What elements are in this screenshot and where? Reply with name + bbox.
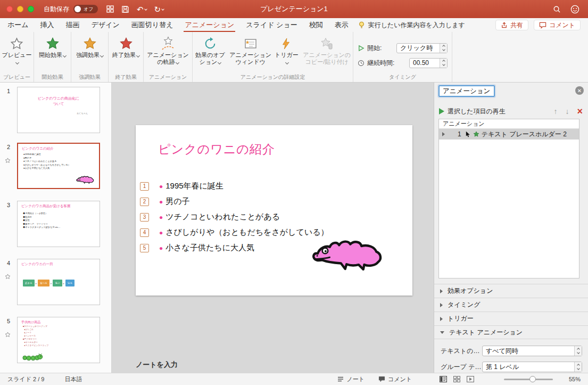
bullet-text: ツチノコといわれたことがある	[165, 212, 280, 222]
gold-star-icon	[83, 36, 97, 52]
slide-thumbnail-4[interactable]: ピンクのワニの一日 起きる▸ 食べる▸ 遊ぶ▸ 寝る▸	[17, 259, 100, 305]
tell-me-box[interactable]: 実行したい作業内容を入力します	[358, 18, 465, 32]
stepper-icon[interactable]	[574, 346, 582, 356]
preview-button[interactable]: プレビュー	[0, 35, 34, 73]
notes-placeholder[interactable]: ノートを入力	[136, 360, 178, 370]
effect-options-button[interactable]: 効果のオプション	[193, 35, 228, 73]
animation-order-tag[interactable]: 2	[140, 198, 149, 206]
mouse-cursor-icon	[466, 131, 471, 138]
close-pane-icon[interactable]: ✕	[575, 86, 584, 95]
animation-pane-title[interactable]: アニメーション	[438, 85, 495, 97]
lightning-icon	[280, 36, 292, 52]
normal-view-icon[interactable]	[440, 376, 447, 382]
slide-sorter-view-icon[interactable]	[453, 376, 460, 382]
animation-order-tag[interactable]: 1	[140, 182, 149, 191]
language-indicator[interactable]: 日本語	[65, 375, 82, 383]
ribbon-group-preview: プレビュー プレビュー	[0, 32, 34, 82]
animation-painter-button[interactable]: アニメーションのコピー/貼り付け	[301, 35, 353, 73]
field-dropdown[interactable]: すべて同時	[482, 346, 582, 356]
zoom-percentage[interactable]: 55%	[565, 376, 581, 382]
move-up-icon[interactable]: ↑	[553, 108, 557, 115]
close-window-button[interactable]	[6, 6, 13, 12]
field-dropdown[interactable]: 第 1 レベル	[482, 362, 582, 372]
zoom-slider-knob[interactable]	[529, 376, 536, 382]
minimize-window-button[interactable]	[17, 6, 23, 12]
animation-order-tag[interactable]: 3	[140, 213, 149, 222]
start-label: 開始:	[367, 44, 382, 53]
share-button[interactable]: 共有	[495, 20, 528, 30]
ribbon-tab[interactable]: ホーム	[7, 18, 29, 32]
pane-section-header[interactable]: 効果オプション	[434, 284, 588, 298]
entrance-effect-button[interactable]: 開始効果	[39, 35, 66, 73]
slideshow-view-icon[interactable]	[467, 376, 474, 382]
animation-pane-icon	[244, 36, 258, 52]
ribbon-tab[interactable]: スライド ショー	[246, 18, 297, 32]
save-button[interactable]	[121, 5, 129, 13]
fullscreen-window-button[interactable]	[28, 6, 34, 12]
start-dropdown[interactable]: クリック時	[396, 43, 448, 53]
slide-number: 4	[7, 260, 10, 266]
stepper-icon[interactable]	[440, 44, 447, 53]
slide-thumbnail-1[interactable]: ピンクのワニの商品化に ついて わにちゃん	[17, 87, 100, 133]
chevron-down-icon[interactable]	[144, 7, 147, 11]
animation-pane-button[interactable]: アニメーション ウィンドウ	[229, 35, 272, 73]
redo-button[interactable]: ↻	[154, 5, 164, 13]
chevron-down-icon[interactable]	[161, 7, 164, 11]
notes-toggle-button[interactable]: ノート	[337, 375, 365, 383]
slide-thumbnail-2[interactable]: ピンクのワニの紹介 ●1995年春に誕生 ●男の子 ●ツチノコといわれたことがあ…	[17, 143, 100, 189]
ribbon-tab[interactable]: 画面切り替え	[131, 18, 173, 32]
caterpillar-image	[22, 353, 43, 361]
slide-title[interactable]: ピンクのワニの紹介	[158, 141, 275, 158]
animation-order-tag[interactable]: 4	[140, 228, 149, 237]
duration-input[interactable]: 00.50	[409, 58, 448, 68]
crocodile-image[interactable]	[310, 235, 385, 277]
ribbon-tab[interactable]: 校閲	[309, 18, 323, 32]
thumbnail-slot-5: 5 子供向け商品 ■ステーショナリーグッズ ●けしごむ ●ノート ●ペンケース …	[0, 317, 112, 363]
expand-icon	[440, 303, 443, 307]
ribbon-tab[interactable]: 描画	[66, 18, 80, 32]
animation-star-icon[interactable]	[5, 158, 11, 163]
stepper-icon[interactable]	[440, 59, 447, 68]
pane-section-header-expanded[interactable]: テキスト アニメーション	[434, 325, 588, 339]
autosave-toggle[interactable]: オフ	[73, 5, 98, 13]
play-selected-button[interactable]: 選択した項目の再生	[448, 107, 506, 116]
exit-effect-button[interactable]: 終了効果	[112, 35, 139, 73]
bullet-row[interactable]: 3 ● ツチノコといわれたことがある	[159, 209, 393, 225]
remove-animation-icon[interactable]: ×	[577, 107, 583, 116]
bullet-row[interactable]: 2 ● 男の子	[159, 194, 393, 209]
bullet-row[interactable]: 1 ● 1995年春に誕生	[159, 178, 393, 194]
motion-path-button[interactable]: アニメーションの軌跡	[145, 35, 191, 73]
stepper-icon[interactable]	[574, 362, 582, 372]
animation-star-icon[interactable]	[5, 332, 11, 338]
pane-section-header[interactable]: トリガー	[434, 312, 588, 325]
group-label-advanced: アニメーションの詳細設定	[193, 73, 353, 82]
animation-star-icon[interactable]	[5, 274, 11, 280]
search-icon[interactable]	[553, 5, 561, 13]
comments-toggle-button[interactable]: コメント	[378, 375, 412, 383]
undo-button[interactable]: ↶	[137, 5, 147, 13]
emphasis-effect-button[interactable]: 強調効果	[76, 35, 103, 73]
zoom-slider[interactable]	[504, 379, 553, 380]
account-smiley-icon[interactable]	[570, 5, 579, 14]
move-down-icon[interactable]: ↓	[565, 108, 569, 115]
share-label: 共有	[510, 21, 523, 30]
ribbon-tab[interactable]: デザイン	[92, 18, 120, 32]
thumb-bullets: ■ステーショナリーグッズ ●けしごむ ●ノート ●ペンケース ■アクセサリー ●…	[23, 325, 48, 347]
field-value: 第 1 レベル	[483, 362, 574, 372]
pane-section-header[interactable]: タイミング	[434, 298, 588, 312]
ribbon-tab[interactable]: 挿入	[40, 18, 54, 32]
animation-list-item[interactable]: 1 テキスト プレースホルダー 2	[439, 129, 579, 140]
trigger-button[interactable]: トリガー	[274, 35, 300, 73]
slide-number: 1	[7, 88, 10, 94]
expand-icon[interactable]	[442, 132, 445, 136]
view-grid-icon[interactable]	[106, 5, 114, 13]
flow-arrow-icon: ▸	[51, 282, 52, 285]
animation-order-tag[interactable]: 5	[140, 244, 149, 252]
ribbon-tab[interactable]: 表示	[335, 18, 349, 32]
comments-button[interactable]: コメント	[534, 20, 581, 30]
slide-number: 3	[7, 202, 10, 208]
slide-canvas[interactable]: ピンクのワニの紹介 1 ● 1995年春に誕生 2 ● 男の子	[136, 125, 412, 296]
slide-thumbnail-3[interactable]: ピンクのワニ商品が受ける客層 ◆子供向け（～小学生） ◆乳幼児 ◆女性 ◆親子ペ…	[17, 201, 100, 247]
ribbon-tab[interactable]: アニメーション	[185, 18, 234, 32]
slide-thumbnail-5[interactable]: 子供向け商品 ■ステーショナリーグッズ ●けしごむ ●ノート ●ペンケース ■ア…	[17, 317, 100, 363]
